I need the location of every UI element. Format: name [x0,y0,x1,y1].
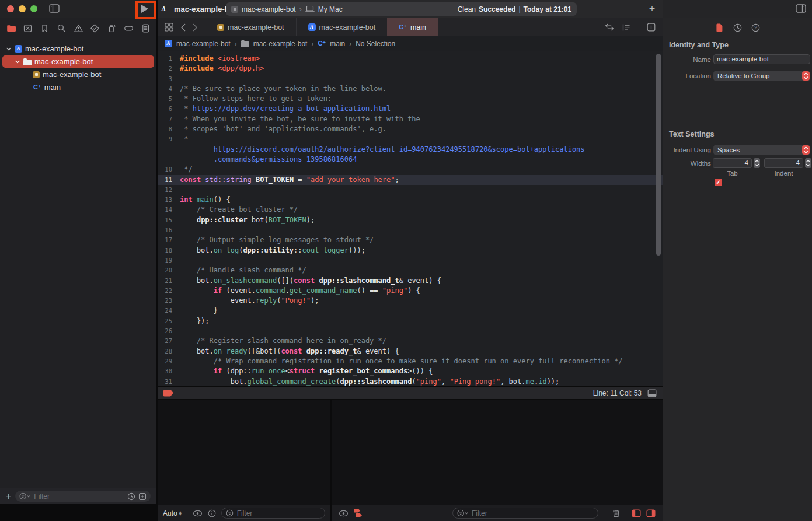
line-number[interactable]: 5 [158,94,180,104]
indent-width-stepper-icon[interactable] [805,158,811,168]
console-filter-field[interactable]: Filter [452,508,598,519]
tab-width-field[interactable]: 4 [713,158,752,168]
code-line[interactable]: 29 /* Wrap command registration in run_o… [158,356,663,366]
tree-item-group-selected[interactable]: mac-example-bot [2,55,154,68]
code-line[interactable]: 24 } [158,306,663,316]
variables-scope-selector[interactable]: Auto ▴▾ [163,509,182,517]
line-number[interactable] [158,145,180,155]
activity-status[interactable]: Clean Succeeded | Today at 21:01 [458,5,571,13]
clear-console-trash-icon[interactable] [612,509,621,518]
editor-tab-target[interactable]: mac-example-bot [205,18,296,36]
breadcrumb-project[interactable]: mac-example-bot [176,40,231,48]
line-number[interactable]: 16 [158,225,180,235]
line-number[interactable]: 19 [158,256,180,265]
add-editor-icon[interactable] [647,23,656,32]
code-line[interactable]: 13int main() { [158,195,663,205]
code-line[interactable]: https://discord.com/oauth2/authorize?cli… [158,145,663,155]
line-number[interactable]: 21 [158,276,180,286]
code-line[interactable]: 27 /* Register slash command here in on_… [158,336,663,346]
code-line[interactable]: 9 * [158,134,663,144]
line-number[interactable]: 28 [158,347,180,356]
tree-item-target[interactable]: mac-example-bot [2,68,154,81]
disclosure-chevron-icon[interactable] [15,59,20,65]
line-number[interactable]: 12 [158,185,180,195]
line-number[interactable]: 11 [158,175,180,185]
line-number[interactable]: 31 [158,377,180,386]
issues-navigator-tab-icon[interactable] [73,23,83,33]
line-number[interactable]: 4 [158,84,180,94]
reports-navigator-tab-icon[interactable] [140,23,151,33]
inspector-sidebar-toggle-icon[interactable] [796,4,806,13]
code-line[interactable]: 7 * When you invite the bot, be sure to … [158,114,663,124]
variables-view[interactable] [158,400,330,505]
editor-tab-main-active[interactable]: main [387,18,438,36]
code-line[interactable]: 12 [158,185,663,195]
debug-navigator-tab-icon[interactable] [107,23,117,33]
code-line[interactable]: 25 }); [158,316,663,326]
line-number[interactable] [158,155,180,165]
code-line[interactable]: 28 bot.on_ready([&bot](const dpp::ready_… [158,347,663,356]
code-line[interactable]: 17 /* Output simple log messages to stdo… [158,235,663,245]
source-control-status-filter-icon[interactable] [138,492,147,501]
code-line[interactable]: 16 [158,225,663,235]
line-number[interactable]: 14 [158,205,180,215]
line-number[interactable]: 13 [158,195,180,205]
related-items-icon[interactable] [165,23,173,32]
code-line[interactable]: 23 event.reply("Pong!"); [158,296,663,306]
line-number[interactable]: 20 [158,265,180,275]
breadcrumb-selection[interactable]: No Selection [356,40,395,48]
line-number[interactable]: 30 [158,366,180,376]
project-navigator-tab-icon[interactable] [6,23,16,33]
line-number[interactable]: 10 [158,165,180,174]
code-line[interactable]: 22 if (event.command.get_command_name() … [158,286,663,296]
code-editor[interactable]: 1#include <iostream>2#include <dpp/dpp.h… [158,51,663,386]
location-dropdown[interactable]: Relative to Group [713,71,810,81]
show-console-panel-icon[interactable] [646,509,656,517]
variables-filter-field[interactable]: Filter [221,508,325,519]
line-number[interactable]: 26 [158,326,180,336]
code-line[interactable]: 11const std::string BOT_TOKEN = "add you… [158,175,663,185]
tree-item-project[interactable]: mac-example-bot [2,43,154,55]
breadcrumb-group[interactable]: mac-example-bot [253,40,308,48]
breadcrumb-file[interactable]: main [330,40,345,48]
source-control-navigator-tab-icon[interactable] [23,23,33,33]
line-number[interactable]: 3 [158,74,180,84]
name-field[interactable]: mac-example-bot [713,54,810,64]
breakpoints-list-icon[interactable] [354,509,363,517]
code-line[interactable]: 5 * Follow steps here to get a token: [158,94,663,104]
indent-width-field[interactable]: 4 [764,158,803,168]
code-line[interactable]: 19 [158,256,663,265]
line-number[interactable]: 25 [158,316,180,326]
line-col-indicator[interactable]: Line: 11 Col: 53 [593,389,642,397]
code-line[interactable]: 31 bot.global_command_create(dpp::slashc… [158,377,663,386]
breakpoints-navigator-tab-icon[interactable] [123,23,134,33]
scheme-name[interactable]: mac-example-bot [242,5,296,13]
zoom-window-button[interactable] [30,5,37,12]
code-line[interactable]: 20 /* Handle slash command */ [158,265,663,275]
line-number[interactable]: 7 [158,114,180,124]
code-line[interactable]: 18 bot.on_log(dpp::utility::cout_logger(… [158,246,663,256]
code-line[interactable]: .commands&permissions=139586816064 [158,155,663,165]
line-number[interactable]: 17 [158,235,180,245]
code-line[interactable]: 4/* Be sure to place your token in the l… [158,84,663,94]
show-variables-panel-icon[interactable] [632,509,641,517]
line-number[interactable]: 24 [158,306,180,316]
find-navigator-tab-icon[interactable] [56,23,67,33]
show-console-eye-icon[interactable] [339,510,349,517]
code-line[interactable]: 1#include <iostream> [158,54,663,64]
info-icon[interactable] [208,509,216,517]
line-number[interactable]: 29 [158,356,180,366]
bookmarks-navigator-tab-icon[interactable] [40,23,50,33]
console-view[interactable] [332,400,663,505]
line-number[interactable]: 9 [158,134,180,144]
breakpoint-toggle-icon[interactable] [163,390,173,397]
code-line[interactable]: 14 /* Create bot cluster */ [158,205,663,215]
close-window-button[interactable] [7,5,14,12]
line-number[interactable]: 6 [158,104,180,114]
line-number[interactable]: 15 [158,215,180,225]
tab-width-stepper-icon[interactable] [754,158,760,168]
show-variables-eye-icon[interactable] [193,510,203,517]
code-line[interactable]: 8 * scopes 'bot' and 'applications.comma… [158,124,663,134]
library-add-button[interactable]: + [646,2,658,16]
line-number[interactable]: 2 [158,64,180,74]
